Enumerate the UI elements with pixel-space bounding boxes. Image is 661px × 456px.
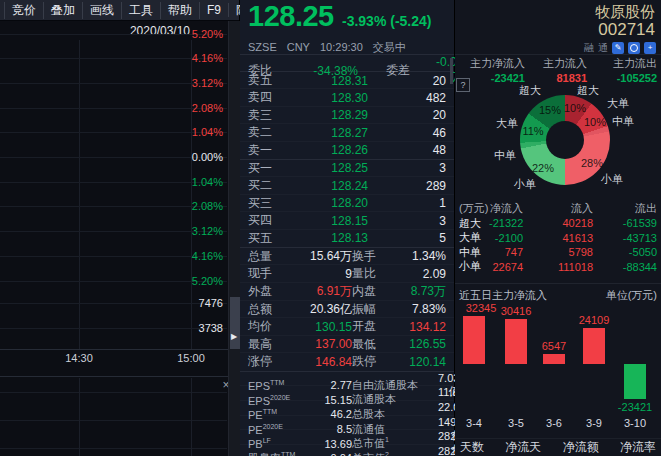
scrollbar-thumb[interactable] xyxy=(230,297,240,349)
flow-tab-bar: 天数 净流天 净流额 净流率 xyxy=(455,438,661,456)
connect-tag: 通 xyxy=(598,41,608,55)
flow-row-value: 41613 xyxy=(523,232,593,244)
tab-days[interactable]: 天数 xyxy=(460,439,484,456)
flow-bar xyxy=(505,319,527,364)
level-price: 128.30 xyxy=(282,91,368,105)
menu-item-help[interactable]: 帮助 xyxy=(161,2,200,19)
order-book-row[interactable]: 买二128.24289 xyxy=(240,177,454,194)
donut-label: 小单 xyxy=(514,177,536,192)
stat-label: 总量 xyxy=(248,248,282,265)
order-book-row[interactable]: 卖三128.2920 xyxy=(240,107,454,124)
flow-table-row: 中单7475798-5050 xyxy=(459,245,657,260)
stat-row: 均价130.15开盘134.12 xyxy=(240,318,454,336)
level-price: 128.25 xyxy=(282,161,368,175)
flow-row-value: 40218 xyxy=(523,217,593,229)
order-book-row[interactable]: 卖四128.30482 xyxy=(240,89,454,106)
donut-label: 超大 xyxy=(577,83,599,98)
level-label: 卖三 xyxy=(248,107,282,124)
gridline-vertical xyxy=(191,378,192,456)
fundamental-label: PBLF xyxy=(248,437,304,450)
trading-status: 交易中 xyxy=(373,41,406,53)
level-quantity: 1 xyxy=(368,196,446,210)
fundamental-value: 2.77 xyxy=(304,379,352,391)
margin-tag: 融 xyxy=(584,41,594,55)
level-quantity: 48 xyxy=(368,143,446,157)
order-book-row[interactable]: 买三128.201 xyxy=(240,195,454,212)
pct-axis-tick: 2.08% xyxy=(183,200,223,212)
stat-value: 126.55 xyxy=(404,337,446,351)
quote-subheader: SZSECNY10:29:30交易中 xyxy=(248,40,416,55)
main-outflow: 主力流出-105252 xyxy=(591,56,657,84)
time-tick: 15:00 xyxy=(171,352,211,364)
flow-bar xyxy=(463,316,485,364)
gridline xyxy=(0,420,227,421)
flow-table-row: 小单22674111018-88344 xyxy=(459,259,657,274)
fundamental-label: 流通值 xyxy=(352,422,438,437)
timeshare-chart-panel: 竞价 叠加 画线 工具 帮助 F9 隐藏▶ 2020/03/10 14:30 1… xyxy=(0,0,240,456)
fundamental-value: 0.04 xyxy=(304,452,352,456)
alert-icon[interactable] xyxy=(628,42,640,54)
help-icon[interactable]: ? xyxy=(456,78,470,92)
donut-hole xyxy=(546,121,584,159)
stat-label: 现手 xyxy=(248,265,282,282)
tab-net-flow-amount[interactable]: 净流额 xyxy=(563,439,599,456)
last-price: 128.25 xyxy=(248,0,334,33)
stat-value: 6.91万 xyxy=(282,283,352,300)
donut-label: 中单 xyxy=(612,114,634,129)
quote-scrollbar-thumb[interactable] xyxy=(450,58,453,84)
order-book-row[interactable]: 卖五128.3120 xyxy=(240,72,454,89)
flow-row-value: -5050 xyxy=(593,246,657,258)
pct-axis-tick: 1.04% xyxy=(183,176,223,188)
fundamental-value: 15.15 xyxy=(304,394,352,406)
stat-value: 15.64万 xyxy=(282,248,352,265)
order-book-row[interactable]: 买四128.153 xyxy=(240,212,454,229)
pct-axis-tick: 4.16% xyxy=(183,52,223,64)
order-book-row[interactable]: 买一128.253 xyxy=(240,160,454,177)
gridline xyxy=(0,392,227,393)
add-to-watchlist-icon[interactable]: + xyxy=(644,42,656,54)
flow-bar-category: 3-10 xyxy=(615,417,655,429)
flow-bar-value: 30416 xyxy=(492,305,540,317)
fundamentals-section: EPSTTM2.77自由流通股本7.03亿EPS2020E15.15流通股本11… xyxy=(240,371,454,456)
stat-value: 134.12 xyxy=(404,320,446,334)
donut-pct: 15% xyxy=(539,104,561,116)
level-price: 128.26 xyxy=(282,143,368,157)
stock-terminal-window: 竞价 叠加 画线 工具 帮助 F9 隐藏▶ 2020/03/10 14:30 1… xyxy=(0,0,661,456)
menu-item-auction[interactable]: 竞价 xyxy=(4,2,44,19)
menu-item-f9[interactable]: F9 xyxy=(200,3,229,17)
menu-item-tools[interactable]: 工具 xyxy=(122,2,161,19)
stat-label: 内盘 xyxy=(352,283,404,300)
tab-net-flow-rate[interactable]: 净流率 xyxy=(620,439,656,456)
volume-axis-tick: 7476 xyxy=(183,297,223,309)
level-quantity: 482 xyxy=(368,91,446,105)
flow-bar xyxy=(543,354,565,364)
tab-net-flow-days[interactable]: 净流天 xyxy=(505,439,541,456)
menu-item-drawline[interactable]: 画线 xyxy=(83,2,122,19)
fundamental-value: 46.2 xyxy=(304,408,352,420)
order-book-row[interactable]: 卖一128.2648 xyxy=(240,142,454,159)
level-label: 买三 xyxy=(248,195,282,212)
level-label: 买一 xyxy=(248,160,282,177)
flow-table: (万元) 净流入 流入 流出 超大-2132240218-61539大单-210… xyxy=(459,201,657,274)
flow-row-value: 22674 xyxy=(489,261,523,273)
edit-icon[interactable]: ✎ xyxy=(612,42,624,54)
flow-bar-category: 3-9 xyxy=(574,417,614,429)
level-label: 卖二 xyxy=(248,124,282,141)
flow-bar-category: 3-6 xyxy=(534,417,574,429)
donut-label: 大单 xyxy=(496,116,518,131)
donut-pct: 10% xyxy=(584,116,606,128)
order-book-row[interactable]: 买五128.135 xyxy=(240,230,454,247)
fundamental-label: 总股本 xyxy=(352,407,438,422)
chart-date: 2020/03/10 xyxy=(0,24,190,38)
stat-row: 涨停146.84跌停120.14 xyxy=(240,353,454,371)
order-book-row[interactable]: 卖二128.2746 xyxy=(240,124,454,141)
fundamental-label: 总市值2 xyxy=(352,451,438,456)
chart-scrollbar[interactable]: ▶ xyxy=(228,21,240,456)
stat-row: 总量15.64万换手1.34% xyxy=(240,248,454,266)
quote-time: 10:29:30 xyxy=(320,41,363,53)
flow-table-row: 大单-210041613-43713 xyxy=(459,230,657,245)
money-flow-panel: 牧原股份 002714 融 通 ✎ + 主力净流入-23421 主力流入8183… xyxy=(455,0,661,456)
menu-item-overlay[interactable]: 叠加 xyxy=(44,2,83,19)
scrollbar-arrow-icon[interactable]: ▶ xyxy=(231,332,237,341)
level-price: 128.31 xyxy=(282,74,368,88)
